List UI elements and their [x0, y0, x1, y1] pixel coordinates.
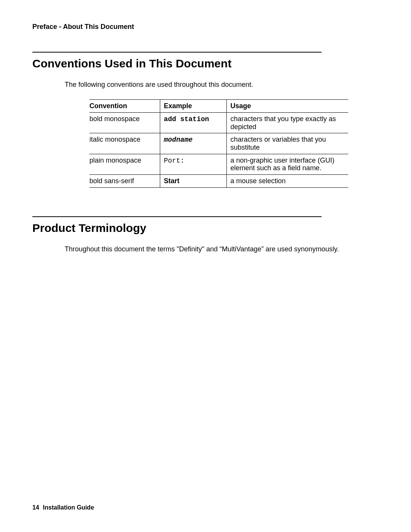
footer-title: Installation Guide [43, 504, 94, 511]
section-text: Throughout this document the terms "Defi… [65, 245, 379, 253]
cell-example: modname [160, 133, 226, 154]
section-title-conventions: Conventions Used in This Document [32, 57, 379, 70]
page-number: 14 [32, 504, 39, 511]
table-header-row: Convention Example Usage [89, 100, 348, 113]
cell-usage: characters or variables that you substit… [226, 133, 348, 154]
cell-example: add station [160, 113, 226, 133]
page-header: Preface - About This Document [32, 23, 379, 31]
page-footer: 14Installation Guide [32, 504, 94, 511]
section-rule [32, 216, 322, 217]
cell-convention: bold sans-serif [89, 175, 160, 188]
th-usage: Usage [226, 100, 348, 113]
section-rule [32, 52, 322, 53]
th-convention: Convention [89, 100, 160, 113]
section-intro: The following conventions are used throu… [65, 81, 379, 89]
cell-convention: plain monospace [89, 154, 160, 174]
table-row: italic monospacemodnamecharacters or var… [89, 133, 348, 154]
conventions-table: Convention Example Usage bold monospacea… [89, 99, 348, 188]
table-row: bold sans-serifStarta mouse selection [89, 175, 348, 188]
cell-convention: italic monospace [89, 133, 160, 154]
cell-usage: characters that you type exactly as depi… [226, 113, 348, 133]
table-row: bold monospaceadd stationcharacters that… [89, 113, 348, 133]
section-title-terminology: Product Terminology [32, 222, 379, 235]
cell-usage: a mouse selection [226, 175, 348, 188]
th-example: Example [160, 100, 226, 113]
cell-usage: a non-graphic user interface (GUI) eleme… [226, 154, 348, 174]
cell-example: Start [160, 175, 226, 188]
cell-convention: bold monospace [89, 113, 160, 133]
cell-example: Port: [160, 154, 226, 174]
table-row: plain monospacePort:a non-graphic user i… [89, 154, 348, 174]
